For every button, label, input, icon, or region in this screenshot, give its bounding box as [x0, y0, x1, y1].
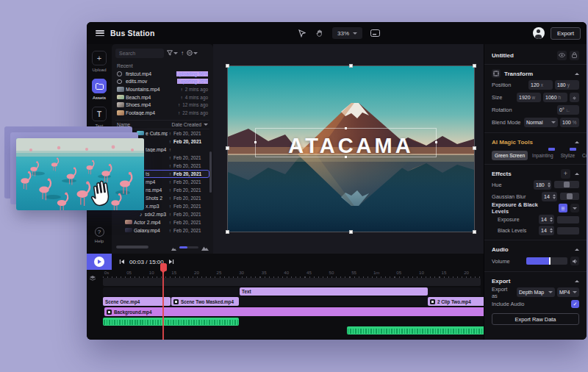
menu-icon[interactable]	[96, 30, 104, 36]
resize-handle[interactable]	[473, 146, 476, 150]
chevron-down-icon[interactable]	[570, 204, 579, 212]
rail-item-text[interactable]: T Text	[87, 107, 112, 128]
rotation-input[interactable]: 0°∟	[557, 105, 579, 115]
export-button[interactable]: Export	[551, 27, 581, 40]
display-mode-icon[interactable]	[370, 28, 380, 38]
clip-two[interactable]: 2 Clip Two.mp4	[428, 297, 484, 306]
add-effect-icon[interactable]: +	[561, 169, 570, 179]
recent-item[interactable]: Beach.mp4 ↑ 4 mins ago	[115, 93, 209, 101]
tab-colorize[interactable]: Colorize	[579, 151, 587, 160]
upload-status: Uploading 56%	[176, 71, 208, 76]
position-x-input[interactable]: 120x	[528, 80, 553, 90]
hue-stepper[interactable]: 180	[534, 180, 551, 190]
clip-text[interactable]: Text	[240, 287, 428, 296]
rail-item-upload[interactable]: + Upload	[87, 51, 112, 72]
rail-item-help[interactable]: ? Help	[87, 227, 112, 243]
resize-handle[interactable]	[473, 64, 476, 68]
recent-item[interactable]: firstcut.mp4 Uploading 56%	[115, 70, 209, 78]
collapse-icon[interactable]	[575, 73, 579, 75]
video-title-text[interactable]: ATACAMA	[228, 134, 474, 158]
preview-canvas[interactable]: ATACAMA	[213, 44, 484, 254]
export-raw-data-button[interactable]: Export Raw Data	[492, 313, 579, 325]
size-w-input[interactable]: 1920w	[517, 93, 541, 102]
effect-enabled-icon[interactable]: ☰	[559, 204, 567, 212]
resize-handle[interactable]	[349, 64, 353, 68]
volume-slider[interactable]	[526, 257, 567, 265]
audio-clip-2[interactable]	[347, 326, 484, 335]
size-h-input[interactable]: 1060h	[543, 93, 567, 102]
canvas-tools: 33%	[297, 22, 380, 44]
resize-handle[interactable]	[226, 146, 229, 150]
pro-badge	[570, 148, 576, 151]
blend-mode-dropdown[interactable]: Normal	[524, 118, 558, 127]
pro-badge	[548, 148, 555, 151]
play-button[interactable]	[87, 254, 112, 270]
rail-item-assets[interactable]: Assets	[87, 79, 112, 100]
resize-handle[interactable]	[473, 230, 476, 234]
track-layers-icon[interactable]	[90, 271, 96, 284]
collapse-icon[interactable]	[575, 280, 579, 282]
zoom-level-dropdown[interactable]: 33%	[332, 27, 362, 39]
ruler-label: 05	[126, 270, 132, 275]
search-input[interactable]	[115, 49, 164, 58]
file-row[interactable]: Galaxy.mp4 ↑ Feb 20, 2021	[115, 226, 209, 235]
video-frame[interactable]: ATACAMA	[228, 66, 474, 232]
resize-handle[interactable]	[349, 230, 353, 234]
visibility-eye-icon[interactable]	[557, 51, 567, 60]
tab-inpainting[interactable]: Inpainting	[529, 151, 556, 160]
skip-start-icon[interactable]	[119, 259, 125, 265]
include-audio-checkbox[interactable]: ✓	[571, 300, 579, 308]
recent-item[interactable]: Shoes.mp4 ↑ 12 mins ago	[115, 101, 209, 109]
column-date-created[interactable]: Date Created	[172, 122, 208, 127]
speaker-icon[interactable]	[570, 257, 579, 265]
video-thumbnail	[117, 102, 124, 107]
collapse-icon[interactable]	[575, 173, 579, 175]
clip-scene-two-masked[interactable]: Scene Two Masked.mp4	[171, 297, 239, 306]
thumbnail-zoom-control[interactable]	[171, 240, 209, 254]
app-window: Bus Station 33% Export + Upload	[87, 22, 587, 340]
chevron-down-icon	[353, 32, 357, 35]
collapse-icon[interactable]	[575, 141, 579, 143]
export-format-dropdown[interactable]: Depth Map	[517, 287, 555, 297]
tab-green-screen[interactable]: Green Screen	[492, 151, 528, 160]
black-levels-stepper[interactable]: 14	[539, 226, 554, 235]
zoom-slider[interactable]	[179, 246, 198, 248]
audio-clip-1[interactable]	[103, 318, 239, 326]
playhead-handle[interactable]	[160, 263, 167, 271]
hue-slider[interactable]	[554, 181, 579, 188]
position-y-input[interactable]: 180y	[555, 80, 579, 90]
exposure-stepper[interactable]: 14	[539, 215, 554, 224]
filter-funnel-icon[interactable]	[167, 50, 178, 56]
file-row[interactable]: Actor 2.mp4 ↑ Feb 20, 2021	[115, 218, 209, 226]
export-container-dropdown[interactable]: MP4	[557, 287, 579, 297]
clip-scene-one[interactable]: Scene One.mp4	[103, 297, 171, 306]
recent-item[interactable]: edits.mov Exporting 26%	[115, 78, 209, 86]
link-aspect-icon[interactable]	[570, 93, 579, 102]
upload-arrow-icon[interactable]: ↑	[181, 50, 184, 57]
black-levels-slider[interactable]	[557, 227, 579, 235]
clip-background[interactable]: Background.mp4	[104, 307, 484, 316]
hand-tool-icon[interactable]	[315, 28, 325, 38]
dragged-flamingo-thumbnail[interactable]	[16, 138, 144, 210]
blur-slider[interactable]	[560, 193, 579, 200]
recent-item[interactable]: Footage.mp4 ↑ 22 mins ago	[115, 109, 209, 117]
empty-track[interactable]	[103, 278, 481, 286]
collapse-icon[interactable]	[575, 248, 579, 251]
resize-handle[interactable]	[226, 64, 229, 68]
list-scrollbar[interactable]	[209, 151, 212, 193]
select-tool-icon[interactable]	[297, 28, 307, 38]
file-row[interactable]: ♪ sdx2.mp3 ↑ Feb 20, 2021	[115, 210, 209, 218]
lock-icon[interactable]	[570, 51, 579, 60]
horizontal-scrollbar[interactable]	[116, 246, 148, 248]
resize-handle[interactable]	[226, 230, 229, 234]
exclude-circle-icon[interactable]	[187, 50, 198, 56]
opacity-input[interactable]: 100%	[560, 118, 579, 127]
exposure-slider[interactable]	[557, 216, 579, 223]
blur-stepper[interactable]: 14	[542, 192, 557, 201]
tab-stylize[interactable]: Stylize	[558, 151, 578, 160]
avatar[interactable]	[533, 27, 545, 39]
ruler-label: 1m	[373, 270, 380, 275]
skip-end-icon[interactable]	[168, 259, 174, 265]
uploaded-arrow-icon: ↑	[169, 163, 171, 168]
recent-item[interactable]: Mountains.mp4 ↑ 2 mins ago	[115, 85, 209, 93]
